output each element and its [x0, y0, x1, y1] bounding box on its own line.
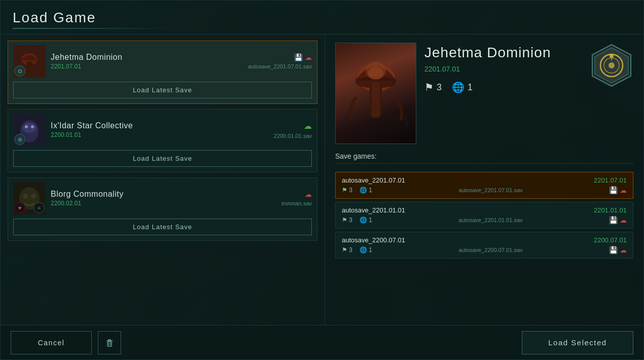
- row-icon-cloud-0: ☁: [620, 186, 627, 194]
- delete-button[interactable]: [98, 331, 121, 354]
- empire-name-blorg: Blorg Commonality: [51, 190, 276, 199]
- empire-detail-header: Jehetma Dominion 2201.07.01 ⚑ 3 🌐 1: [335, 43, 633, 144]
- row-planets-2: 🌐 1: [360, 246, 372, 254]
- empire-name-ixidar: Ix'Idar Star Collective: [51, 121, 269, 130]
- save-row-bottom-2: ⚑ 3 🌐 1 autosave_2200.07.01.sav 💾 ☁: [342, 246, 627, 254]
- save-entry-top-jehetma: ⊙ Jehetma Dominion 2201.07.01 💾☁ autosav…: [8, 41, 317, 82]
- load-selected-button[interactable]: Load Selected: [522, 331, 633, 354]
- row-planets-0: 🌐 1: [360, 187, 372, 194]
- title-underline: [13, 28, 175, 29]
- save-entry-right-blorg: ☁ ironman.sav: [281, 190, 312, 206]
- save-row-1[interactable]: autosave_2201.01.01 2201.01.01 ⚑ 3 🌐 1 a…: [335, 202, 633, 229]
- svg-point-11: [31, 194, 36, 199]
- empire-date-jehetma: 2201.07.01: [51, 63, 243, 70]
- save-row-stats-1: ⚑ 3 🌐 1: [342, 217, 372, 224]
- save-row-filename-2: autosave_2200.07.01.sav: [459, 247, 523, 253]
- row-planets-1: 🌐 1: [360, 217, 372, 224]
- save-icons-ixidar: ☁: [304, 121, 312, 131]
- svg-point-23: [609, 62, 615, 68]
- svg-point-24: [610, 54, 614, 58]
- save-entry-blorg[interactable]: ♥⚔ Blorg Commonality 2200.02.01 ☁ ironma…: [8, 177, 317, 241]
- row-icon-cloud-2: ☁: [620, 246, 627, 254]
- save-entry-top-blorg: ♥⚔ Blorg Commonality 2200.02.01 ☁ ironma…: [8, 178, 317, 219]
- save-entry-ixidar[interactable]: ⊕ Ix'Idar Star Collective 2200.01.01 ☁ 2…: [8, 109, 317, 172]
- svg-rect-2: [26, 61, 32, 74]
- svg-point-6: [25, 125, 28, 128]
- svg-rect-26: [108, 342, 112, 346]
- cancel-button[interactable]: Cancel: [11, 331, 92, 354]
- save-entry-right-ixidar: ☁ 2200.01.01.sav: [274, 121, 312, 139]
- content-area: ⊙ Jehetma Dominion 2201.07.01 💾☁ autosav…: [1, 34, 643, 325]
- empire-name-jehetma: Jehetma Dominion: [51, 53, 243, 62]
- save-row-date-0: 2201.07.01: [594, 176, 627, 184]
- svg-point-7: [31, 125, 34, 128]
- svg-point-5: [22, 123, 37, 133]
- empire-detail-info: Jehetma Dominion 2201.07.01 ⚑ 3 🌐 1: [424, 43, 582, 93]
- save-row-0[interactable]: autosave_2201.07.01 2201.07.01 ⚑ 3 🌐 1 a…: [335, 172, 633, 199]
- save-entry-jehetma[interactable]: ⊙ Jehetma Dominion 2201.07.01 💾☁ autosav…: [8, 41, 317, 104]
- save-row-2[interactable]: autosave_2200.07.01 2200.07.01 ⚑ 3 🌐 1 a…: [335, 232, 633, 259]
- title-bar: Load Game: [1, 1, 643, 34]
- save-entry-top-ixidar: ⊕ Ix'Idar Star Collective 2200.01.01 ☁ 2…: [8, 110, 317, 150]
- save-filename-jehetma: autosave_2201.07.01.sav: [248, 63, 312, 69]
- save-icons-blorg: ☁: [305, 190, 312, 198]
- load-latest-btn-blorg[interactable]: Load Latest Save: [13, 219, 312, 235]
- save-row-top-1: autosave_2201.01.01 2201.01.01: [342, 206, 627, 214]
- empire-portrait: [335, 43, 416, 144]
- row-stars-1: ⚑ 3: [342, 217, 352, 224]
- stat-stars: ⚑ 3: [424, 81, 442, 93]
- load-latest-btn-ixidar[interactable]: Load Latest Save: [13, 150, 312, 167]
- empire-info-jehetma: Jehetma Dominion 2201.07.01: [51, 53, 243, 70]
- detail-stats: ⚑ 3 🌐 1: [424, 81, 582, 93]
- save-icon-computer: 💾: [294, 53, 303, 61]
- save-row-icons-2: 💾 ☁: [609, 246, 627, 254]
- save-filename-blorg: ironman.sav: [281, 200, 312, 206]
- stat-planets: 🌐 1: [452, 81, 473, 93]
- detail-empire-date: 2201.07.01: [424, 65, 582, 73]
- save-row-filename-1: autosave_2201.01.01.sav: [459, 217, 523, 223]
- save-icon-cloud-upload: ☁: [304, 121, 312, 131]
- bottom-bar: Cancel Load Selected: [1, 325, 643, 359]
- empire-date-ixidar: 2200.01.01: [51, 131, 269, 138]
- save-row-top-2: autosave_2200.07.01 2200.07.01: [342, 236, 627, 244]
- save-games-label: Save games:: [335, 152, 633, 164]
- save-icon-cloud: ☁: [305, 53, 312, 61]
- save-row-stats-2: ⚑ 3 🌐 1: [342, 246, 372, 254]
- planets-value: 1: [468, 82, 473, 93]
- save-row-top-0: autosave_2201.07.01 2201.07.01: [342, 176, 627, 184]
- save-row-filename-0: autosave_2201.07.01.sav: [459, 187, 523, 193]
- save-row-bottom-1: ⚑ 3 🌐 1 autosave_2201.01.01.sav 💾 ☁: [342, 216, 627, 224]
- save-row-date-2: 2200.07.01: [594, 236, 627, 244]
- save-games-list: autosave_2201.07.01 2201.07.01 ⚑ 3 🌐 1 a…: [335, 172, 633, 259]
- empire-info-ixidar: Ix'Idar Star Collective 2200.01.01: [51, 121, 269, 138]
- row-icon-disk-2: 💾: [609, 246, 618, 254]
- empire-info-blorg: Blorg Commonality 2200.02.01: [51, 190, 276, 207]
- main-window: Load Game ⊙ Jehetma Dominion 2201.07.01 …: [0, 0, 644, 360]
- detail-panel: Jehetma Dominion 2201.07.01 ⚑ 3 🌐 1: [325, 34, 643, 325]
- page-title: Load Game: [13, 10, 631, 26]
- load-latest-btn-jehetma[interactable]: Load Latest Save: [13, 82, 312, 98]
- empire-avatar-blorg: ♥⚔: [13, 182, 46, 214]
- svg-rect-16: [372, 82, 380, 118]
- save-row-name-2: autosave_2200.07.01: [342, 236, 405, 244]
- trash-icon: [104, 338, 115, 348]
- save-filename-ixidar: 2200.01.01.sav: [274, 133, 312, 139]
- save-row-icons-0: 💾 ☁: [609, 186, 627, 194]
- row-icon-disk-1: 💾: [609, 216, 618, 224]
- empire-hex-logo: [590, 43, 633, 90]
- empire-avatar-ixidar: ⊕: [13, 114, 46, 146]
- save-row-bottom-0: ⚑ 3 🌐 1 autosave_2201.07.01.sav 💾 ☁: [342, 186, 627, 194]
- save-row-name-0: autosave_2201.07.01: [342, 176, 405, 184]
- row-icon-cloud-1: ☁: [620, 216, 627, 224]
- save-icons-jehetma: 💾☁: [294, 53, 312, 61]
- save-row-icons-1: 💾 ☁: [609, 216, 627, 224]
- save-list-panel: ⊙ Jehetma Dominion 2201.07.01 💾☁ autosav…: [1, 34, 325, 325]
- save-row-name-1: autosave_2201.01.01: [342, 206, 405, 214]
- stars-icon: ⚑: [424, 81, 434, 93]
- save-entry-right-jehetma: 💾☁ autosave_2201.07.01.sav: [248, 53, 312, 69]
- stars-value: 3: [437, 82, 442, 93]
- detail-empire-name: Jehetma Dominion: [424, 45, 582, 61]
- svg-point-10: [23, 194, 28, 199]
- save-icon-ironman: ☁: [305, 190, 312, 198]
- planets-icon: 🌐: [452, 81, 464, 93]
